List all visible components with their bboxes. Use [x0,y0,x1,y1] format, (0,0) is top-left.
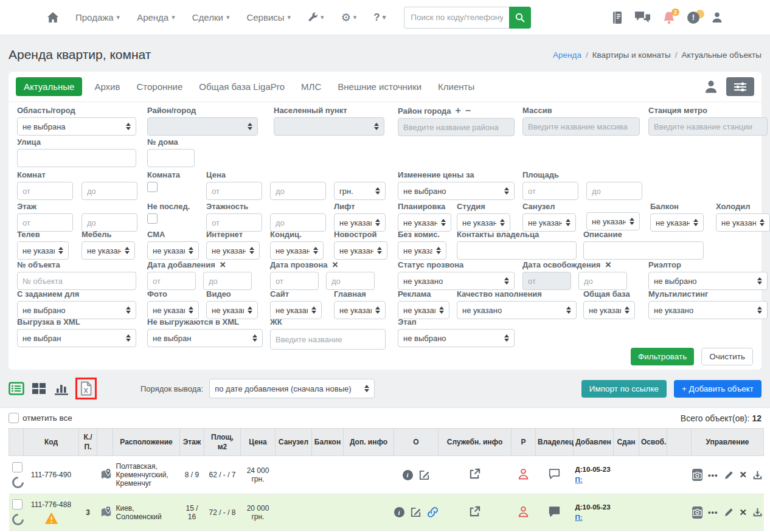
televizor-select[interactable]: не указан [17,241,69,260]
planirovka-select[interactable]: не указан [398,213,451,232]
data-prozvona-from-input[interactable] [270,272,319,290]
ploschad-to-input[interactable] [586,182,642,200]
komnata-checkbox[interactable] [147,182,158,192]
search-button[interactable] [509,7,531,29]
owner-contact-icon[interactable] [518,506,529,517]
metro-input[interactable] [648,117,768,136]
warning-icon[interactable] [45,513,58,524]
raion-gorod-select[interactable] [147,117,258,136]
zhk-input[interactable] [270,329,386,350]
konditsioner-select[interactable]: не указан [270,241,324,260]
internet-select[interactable]: не указан [206,241,260,260]
bez-komissii-select[interactable]: не указан [398,241,446,260]
select-all-checkbox[interactable] [9,413,19,423]
object-code[interactable]: 111-776-490 [26,471,77,479]
clear-date-icon[interactable]: ✕ [220,260,226,269]
edit-note-icon[interactable] [410,506,421,518]
person-icon[interactable] [704,80,718,94]
currency-select[interactable]: грн. [334,182,386,200]
import-link-button[interactable]: Импорт по ссылке [581,380,667,398]
menu-prodazha[interactable]: Продажа▾ [75,12,120,22]
sanuzel-select[interactable]: не указан [522,213,576,232]
download-icon[interactable] [752,507,763,517]
menu-arenda[interactable]: Аренда▾ [137,12,175,22]
map-pin-icon[interactable] [99,505,113,519]
data-dobavleniya-to-input[interactable] [203,272,252,290]
alerts-icon[interactable]: ! [687,12,699,24]
external-link-icon[interactable] [440,468,510,480]
add-district-icon[interactable]: + [456,106,461,116]
notifications-bell[interactable]: 2 [663,11,675,24]
settings-menu[interactable]: ⚙ ▾ [341,12,357,23]
grid-view-button[interactable] [32,382,46,395]
clear-date-icon[interactable]: ✕ [605,260,611,269]
wrench-menu[interactable]: ▾ [308,12,324,22]
add-object-button[interactable]: + Добавить объект [674,380,761,398]
owner-contact-icon[interactable] [518,468,529,480]
video-select[interactable]: не указан [206,301,258,319]
edit-pencil-icon[interactable] [724,470,734,480]
kholodilnik-select[interactable]: не указан [716,213,770,232]
tsena-from-input[interactable] [206,182,262,200]
remove-district-icon[interactable]: − [465,106,471,116]
izmenenie-tseny-select[interactable]: не выбрано [398,182,515,200]
tab-aktualnye[interactable]: Актуальные [16,77,82,96]
oblast-select[interactable]: не выбрана [17,117,136,136]
chart-view-button[interactable] [54,382,69,395]
edit-note-icon[interactable] [418,469,430,481]
filter-button[interactable]: Фильтровать [631,348,694,365]
clear-date-icon[interactable]: ✕ [332,260,339,269]
tsena-to-input[interactable] [270,182,326,200]
edit-pencil-icon[interactable] [724,507,734,517]
data-osvobozhdeniya-to-input[interactable] [578,272,627,290]
etazhnost-from-input[interactable] [206,213,262,232]
tab-mls[interactable]: МЛС [301,81,321,92]
tab-arkhiv[interactable]: Архив [94,81,120,92]
massiv-input[interactable] [522,117,640,136]
naselenny-punkt-select[interactable] [274,117,384,136]
columns-settings-button[interactable] [726,77,754,96]
chats-icon[interactable] [634,11,651,24]
home-icon[interactable] [47,12,58,22]
prozvon-link[interactable]: П: [575,514,583,521]
menu-sdelki[interactable]: Сделки▾ [192,12,230,22]
s-zadaniem-select[interactable]: не выбрано [17,301,136,319]
sma-select[interactable]: не указан [147,241,199,260]
comment-icon[interactable] [548,468,561,480]
data-prozvona-to-input[interactable] [326,272,375,290]
delete-icon[interactable]: ✕ [740,469,747,480]
data-dobavleniya-from-input[interactable] [147,272,196,290]
menu-servisy[interactable]: Сервисы▾ [246,12,291,22]
link-icon[interactable] [427,506,439,518]
tab-obshchaya-baza[interactable]: Общая база LigaPro [199,81,285,92]
kontakty-vladeltsa-input[interactable] [457,241,577,260]
list-view-button[interactable] [9,382,24,395]
vygruzka-xml-select[interactable]: не выбран [17,329,136,347]
ploschad-from-input[interactable] [522,182,578,200]
more-actions-icon[interactable]: ••• [708,471,718,480]
reklama-select[interactable]: не указан [398,301,449,319]
order-select[interactable]: по дате добавления (сначала новые) [209,379,375,398]
sait-select[interactable]: не указан [270,301,322,319]
komnat-to-input[interactable] [82,182,137,200]
help-menu[interactable]: ? ▾ [373,12,386,24]
row-checkbox[interactable] [12,462,23,472]
mebel-select[interactable]: не указан [82,241,135,260]
tab-storonnie[interactable]: Сторонние [136,81,182,92]
dom-input[interactable] [147,149,195,167]
kachestvo-select[interactable]: не указано [457,301,577,319]
nomer-obekta-input[interactable] [17,272,136,290]
data-osvobozhdeniya-from-input[interactable] [522,272,571,290]
novostroy-select[interactable]: не указан [334,241,387,260]
delete-icon[interactable]: ✕ [740,507,747,518]
more-actions-icon[interactable]: ••• [708,508,718,517]
opisanie-input[interactable] [583,241,704,260]
etazh-from-input[interactable] [17,213,73,232]
user-icon[interactable] [712,12,723,23]
etazhnost-to-input[interactable] [270,213,326,232]
rieltor-select[interactable]: не выбрано [648,272,768,290]
map-pin-icon[interactable] [99,467,113,481]
journal-icon[interactable] [612,12,622,24]
balkon-select[interactable]: не указан [650,213,704,232]
ulitsa-input[interactable] [17,149,136,167]
